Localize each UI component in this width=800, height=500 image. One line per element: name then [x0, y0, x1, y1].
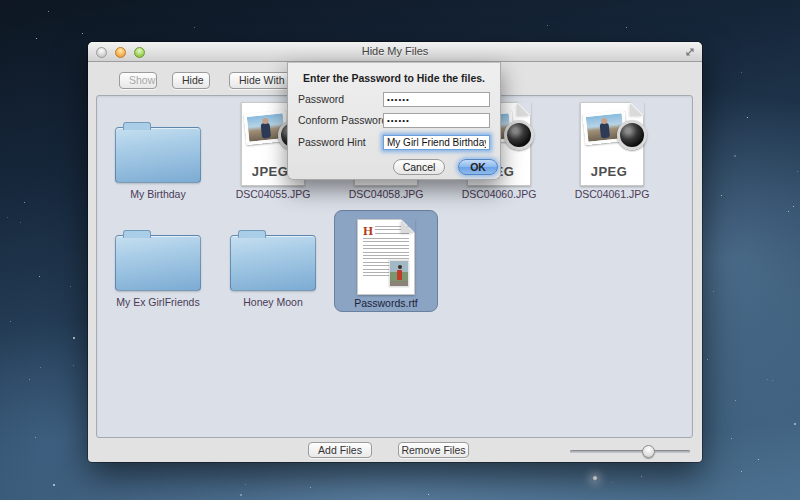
slider-track[interactable]	[570, 450, 690, 453]
folder-icon	[115, 235, 201, 291]
ok-button[interactable]: OK	[458, 159, 498, 175]
title-bar[interactable]: Hide My Files	[88, 42, 702, 62]
file-label: DSC04055.JPG	[221, 188, 325, 200]
password-input[interactable]	[383, 92, 490, 107]
add-files-button[interactable]: Add Files	[308, 442, 372, 458]
file-label: DSC04061.JPG	[560, 188, 664, 200]
bright-star	[592, 475, 598, 481]
window-title: Hide My Files	[88, 45, 702, 57]
file-label: My Birthday	[106, 188, 210, 200]
rtf-file-icon: H	[357, 219, 415, 295]
password-label: Password	[298, 92, 344, 107]
icon-size-slider[interactable]	[570, 445, 690, 458]
jpeg-badge: JPEG	[581, 164, 637, 179]
password-hint-input[interactable]	[383, 135, 490, 150]
remove-files-button[interactable]: Remove Files	[398, 442, 469, 458]
slider-thumb[interactable]	[642, 445, 655, 458]
file-item-my-birthday[interactable]: My Birthday	[106, 102, 210, 204]
page-fold-icon	[401, 220, 414, 233]
jpeg-file-icon: JPEG	[580, 102, 644, 186]
file-item-honey-moon[interactable]: Honey Moon	[221, 210, 325, 312]
folder-icon	[230, 235, 316, 291]
file-label: DSC04060.JPG	[447, 188, 551, 200]
fullscreen-resize-icon[interactable]	[684, 46, 696, 58]
password-dialog: Enter the Password to Hide the files. Pa…	[287, 62, 501, 180]
hide-button[interactable]: Hide	[172, 72, 210, 89]
show-button[interactable]: Show	[119, 72, 157, 89]
page-fold-icon	[517, 103, 530, 116]
file-label: DSC04058.JPG	[334, 188, 438, 200]
file-label: Passwords.rtf	[335, 297, 437, 309]
dropcap-letter: H	[363, 223, 373, 239]
camera-lens-icon	[617, 120, 647, 150]
inline-photo	[389, 260, 409, 287]
file-label: Honey Moon	[221, 296, 325, 308]
confirm-password-label: Conform Password	[298, 113, 387, 128]
file-item-my-ex-girlfriends[interactable]: My Ex GirlFriends	[106, 210, 210, 312]
desktop-wallpaper: Hide My Files Show Hide Hide With Pas My…	[0, 0, 800, 500]
app-window: Hide My Files Show Hide Hide With Pas My…	[88, 42, 702, 462]
cancel-button[interactable]: Cancel	[393, 159, 445, 175]
page-fold-icon	[630, 103, 643, 116]
camera-lens-icon	[504, 120, 534, 150]
file-item-dsc04061-jpg[interactable]: JPEGDSC04061.JPG	[560, 102, 664, 204]
password-hint-label: Password Hint	[298, 135, 366, 150]
folder-icon	[115, 127, 201, 183]
confirm-password-input[interactable]	[383, 113, 490, 128]
file-item-passwords-rtf[interactable]: HPasswords.rtf	[334, 210, 438, 312]
file-label: My Ex GirlFriends	[106, 296, 210, 308]
dialog-title: Enter the Password to Hide the files.	[288, 72, 500, 84]
